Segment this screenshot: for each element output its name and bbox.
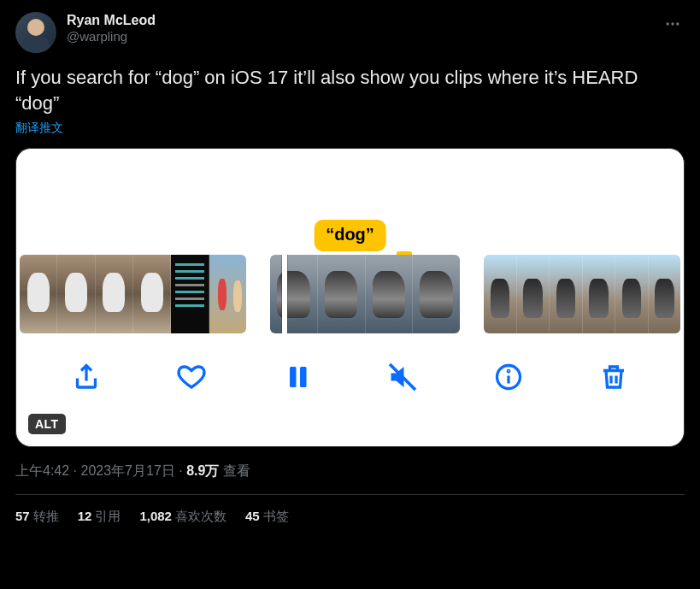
bookmarks-stat[interactable]: 45书签 [245,509,289,525]
author-display-name: Ryan McLeod [67,12,650,29]
likes-stat[interactable]: 1,082喜欢次数 [139,509,226,525]
svg-point-1 [671,22,674,25]
clip-group-3[interactable] [484,255,680,333]
media-top-area: “dog” [16,149,684,255]
video-frame [318,255,366,333]
pause-icon[interactable] [275,355,320,399]
alt-badge[interactable]: ALT [28,414,66,434]
svg-point-2 [676,22,679,25]
video-frame [649,255,681,333]
trash-icon[interactable] [591,355,636,399]
more-options-icon[interactable] [661,12,685,39]
tweet-container: Ryan McLeod @warpling If you search for … [0,0,700,525]
mute-icon[interactable] [380,355,425,399]
share-icon[interactable] [64,355,109,399]
clip-group-2[interactable] [270,255,460,333]
video-frame [517,255,550,333]
author-block[interactable]: Ryan McLeod @warpling [67,12,650,45]
media-card[interactable]: “dog” [15,148,685,447]
tweet-date[interactable]: 2023年7月17日 [80,463,174,478]
video-frame [20,255,57,333]
video-frame [583,255,616,333]
tweet-time[interactable]: 上午4:42 [15,463,69,478]
tweet-text: If you search for “dog” on iOS 17 it’ll … [15,65,685,115]
video-frame [615,255,649,333]
video-frame [413,255,460,333]
search-term-bubble: “dog” [314,220,386,251]
video-timeline[interactable] [16,255,684,333]
video-frame [270,255,318,333]
author-handle: @warpling [67,29,650,45]
views-count: 8.9万 [186,463,219,478]
clip-group-1[interactable] [20,255,246,333]
svg-point-0 [667,22,669,25]
svg-point-8 [508,371,509,373]
media-toolbar [16,333,684,421]
engagement-row: 57转推 12引用 1,082喜欢次数 45书签 [15,495,685,525]
svg-rect-3 [290,367,297,387]
retweets-stat[interactable]: 57转推 [15,509,59,525]
tweet-meta: 上午4:42 · 2023年7月17日 · 8.9万 查看 [15,462,685,480]
video-frame [366,255,414,333]
translate-link[interactable]: 翻译推文 [15,121,63,136]
avatar[interactable] [15,12,56,53]
video-frame [171,255,209,333]
quotes-stat[interactable]: 12引用 [78,509,121,525]
video-frame [133,255,171,333]
info-icon[interactable] [486,355,531,399]
video-frame [209,255,246,333]
playhead[interactable] [282,255,287,333]
svg-rect-4 [300,367,307,387]
heart-icon[interactable] [169,355,214,399]
tweet-header: Ryan McLeod @warpling [15,12,685,53]
video-frame [484,255,517,333]
views-label: 查看 [223,463,250,478]
video-frame [57,255,95,333]
video-frame [96,255,133,333]
video-frame [550,255,583,333]
